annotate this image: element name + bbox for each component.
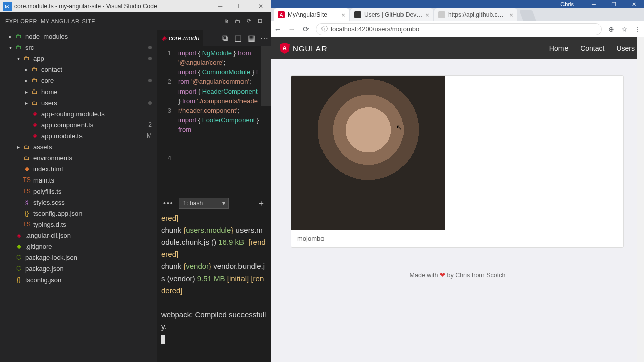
os-maximize-button[interactable]: ☐ [604,0,624,8]
tree-folder-users[interactable]: ▸🗀users [0,97,157,108]
tab-favicon-icon [354,11,361,18]
browser-menu-icon[interactable]: ⋮ [631,25,644,33]
code-text[interactable]: import { NgModule } from '@angular/core'… [178,48,271,195]
close-button[interactable]: ✕ [251,0,271,12]
tree-file-app-routing[interactable]: ◈app-routing.module.ts [0,108,157,119]
minimize-button[interactable]: ─ [210,0,230,12]
forward-button[interactable]: → [285,22,299,36]
nav-contact[interactable]: Contact [580,44,604,52]
url-text: localhost:4200/users/mojombo [331,25,419,33]
tree-file-index-html[interactable]: ◆index.html [0,163,157,174]
zoom-icon[interactable]: ⊕ [605,25,618,33]
os-user: Chris [560,1,574,7]
terminal-header: ••• 1: bash ＋ [157,195,271,211]
tree-file-tsconfig-app[interactable]: {}tsconfig.app.json [0,208,157,219]
new-terminal-button[interactable]: ＋ [255,198,268,209]
nav-links: Home Contact Users [549,44,635,52]
tree-folder-node-modules[interactable]: ▸🗀node_modules [0,31,157,42]
site-info-icon[interactable]: ⓘ [321,25,328,33]
brand-text: NGULAR [293,44,328,53]
editor-tab-core-module[interactable]: ◈core.modu [157,30,203,46]
heart-icon: ❤ [440,272,445,279]
tab-favicon-icon: A [278,11,285,18]
tree-folder-core[interactable]: ▸🗀core [0,75,157,86]
nav-users[interactable]: Users [616,44,635,52]
angular-shield-icon: A [280,43,290,54]
os-close-button[interactable]: ✕ [624,0,644,8]
page-viewport: A NGULAR Home Contact Users mojombo Made… [271,37,644,362]
bookmark-icon[interactable]: ☆ [618,25,631,33]
user-card: mojombo [291,75,624,248]
refresh-icon[interactable]: ⟳ [244,16,255,27]
tab-label: Users | GitHub Develope [364,11,422,18]
explorer-header: EXPLORER: MY-ANGULAR-SITE 🗎 🗀 ⟳ ⊟ [0,12,271,30]
terminal-output[interactable]: ered]chunk {users.module} users.module.c… [157,211,271,362]
tab-favicon-icon [438,11,445,18]
line-gutter: 1 2 3 4 [157,48,178,195]
tree-file-package-lock[interactable]: ⬡package-lock.json [0,252,157,263]
tree-file-tsconfig[interactable]: {}tsconfig.json [0,274,157,285]
code-editor[interactable]: 1 2 3 4 import { NgModule } from '@angul… [157,46,271,195]
terminal-menu-icon[interactable]: ••• [160,199,177,207]
tree-folder-environments[interactable]: 🗀environments [0,152,157,163]
new-tab-button[interactable] [519,10,536,21]
avatar [291,76,445,230]
browser-tabstrip: A MyAngularSite × Users | GitHub Develop… [271,8,644,21]
new-folder-icon[interactable]: 🗀 [232,16,244,27]
tree-folder-src[interactable]: ▾🗀src [0,42,157,53]
tab-close-icon[interactable]: × [341,11,345,19]
tree-folder-home[interactable]: ▸🗀home [0,86,157,97]
terminal-panel: ••• 1: bash ＋ ered]chunk {users.module} … [157,195,271,362]
tree-file-main-ts[interactable]: TSmain.ts [0,174,157,186]
vscode-title: core.module.ts - my-angular-site - Visua… [14,3,157,10]
tab-label: MyAngularSite [288,11,338,18]
tree-file-typings[interactable]: TStypings.d.ts [0,219,157,230]
vscode-logo-icon: ⋈ [3,2,12,11]
explorer-title: EXPLORER: MY-ANGULAR-SITE [5,18,221,24]
vscode-window: ⋈ core.module.ts - my-angular-site - Vis… [0,0,271,362]
back-button[interactable]: ← [271,22,285,36]
mouse-cursor-icon: ↖ [396,123,403,131]
os-minimize-button[interactable]: ─ [584,0,604,8]
tab-label: https://api.github.com/u [448,11,506,18]
editor-pane: ◈core.modu ⧉ ◫ ▦ ⋯ 1 2 3 4 import { NgMo… [157,30,271,362]
page-footer: Made with ❤ by Chris from Scotch [271,248,644,302]
site-navbar: A NGULAR Home Contact Users [271,37,644,59]
split-icon[interactable]: ◫ [231,32,245,45]
collapse-icon[interactable]: ⊟ [255,16,266,27]
tab-close-icon[interactable]: × [509,11,513,19]
tree-folder-contact[interactable]: ▸🗀contact [0,64,157,75]
tree-file-app-module[interactable]: ◈app.module.tsM [0,130,157,141]
browser-window: Chris ─ ☐ ✕ A MyAngularSite × Users | Gi… [271,0,644,362]
tree-file-gitignore[interactable]: ◆.gitignore [0,241,157,252]
tree-file-polyfills[interactable]: TSpolyfills.ts [0,186,157,197]
page-scrollbar[interactable] [637,37,644,362]
address-bar[interactable]: ⓘ localhost:4200/users/mojombo [316,23,602,35]
reload-button[interactable]: ⟳ [299,22,313,36]
tree-file-angular-cli[interactable]: ◈.angular-cli.json [0,230,157,241]
browser-tab[interactable]: https://api.github.com/u × [434,8,517,21]
brand[interactable]: A NGULAR [280,43,328,54]
terminal-select[interactable]: 1: bash [179,198,229,209]
tree-folder-app[interactable]: ▾🗀app [0,53,157,64]
new-file-icon[interactable]: 🗎 [221,16,232,27]
browser-tab[interactable]: A MyAngularSite × [274,8,349,21]
file-tree: ▸🗀node_modules ▾🗀src ▾🗀app ▸🗀contact ▸🗀c… [0,30,157,362]
tree-file-package-json[interactable]: ⬡package.json [0,263,157,274]
tree-file-styles[interactable]: §styles.scss [0,197,157,208]
compare-icon[interactable]: ⧉ [218,32,231,45]
maximize-button[interactable]: ☐ [230,0,251,12]
tree-file-app-component[interactable]: ◈app.component.ts2 [0,119,157,130]
tab-close-icon[interactable]: × [425,11,429,19]
tree-folder-assets[interactable]: ▸🗀assets [0,141,157,152]
minimap[interactable] [261,46,271,195]
editor-tabbar: ◈core.modu ⧉ ◫ ▦ ⋯ [157,30,271,46]
browser-os-titlebar: Chris ─ ☐ ✕ [271,0,644,8]
nav-home[interactable]: Home [549,44,568,52]
vscode-titlebar: ⋈ core.module.ts - my-angular-site - Vis… [0,0,271,12]
layout-icon[interactable]: ▦ [245,32,258,45]
username-label: mojombo [291,230,623,247]
browser-toolbar: ← → ⟳ ⓘ localhost:4200/users/mojombo ⊕ ☆… [271,21,644,37]
browser-tab[interactable]: Users | GitHub Develope × [350,8,433,21]
more-icon[interactable]: ⋯ [258,32,271,45]
